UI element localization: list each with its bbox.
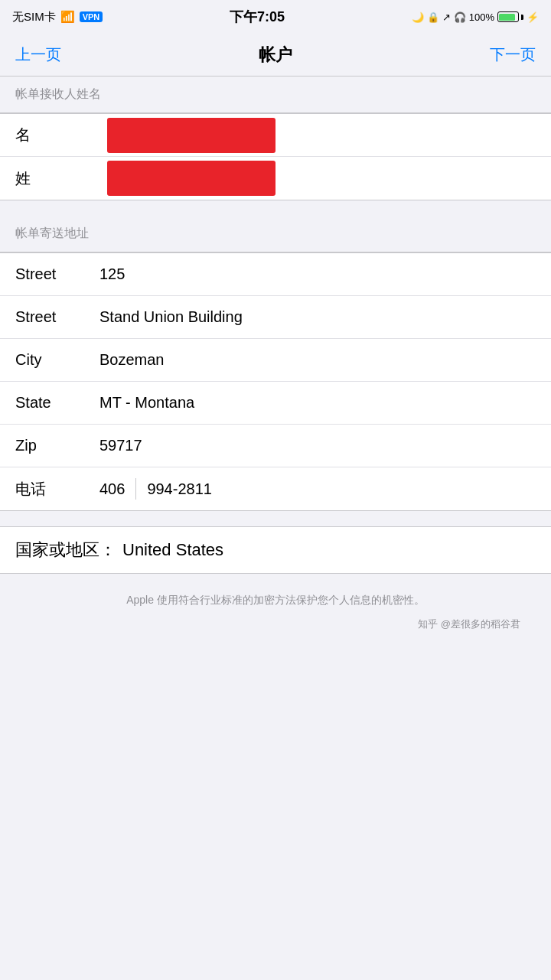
charging-icon: ⚡ xyxy=(527,11,539,23)
country-label: 国家或地区： xyxy=(15,539,116,562)
street2-value[interactable]: Stand Union Building xyxy=(99,308,536,326)
phone-area-code[interactable]: 406 xyxy=(99,480,125,498)
headphone-icon: 🎧 xyxy=(454,11,466,23)
street2-label: Street xyxy=(15,308,99,326)
footer-note: Apple 使用符合行业标准的加密方法保护您个人信息的机密性。 知乎 @差很多的… xyxy=(0,592,551,654)
street1-value[interactable]: 125 xyxy=(99,265,536,283)
battery-icon xyxy=(497,11,523,22)
prev-page-button[interactable]: 上一页 xyxy=(15,44,61,65)
carrier-text: 无SIM卡 xyxy=(12,10,56,24)
street2-row: Street Stand Union Building xyxy=(0,296,551,339)
footer-text: Apple 使用符合行业标准的加密方法保护您个人信息的机密性。 xyxy=(23,592,528,608)
state-row: State MT - Montana xyxy=(0,382,551,425)
lock-icon: 🔒 xyxy=(427,11,439,23)
last-name-input[interactable] xyxy=(107,161,276,196)
billing-address-title: 帐单寄送地址 xyxy=(15,226,89,242)
status-left: 无SIM卡 📶 VPN xyxy=(12,10,103,24)
phone-row: 电话 406 994-2811 xyxy=(0,467,551,510)
next-page-button[interactable]: 下一页 xyxy=(490,44,536,65)
country-row[interactable]: 国家或地区： United States xyxy=(0,527,551,573)
phone-value-group: 406 994-2811 xyxy=(99,478,212,500)
moon-icon: 🌙 xyxy=(412,11,424,23)
status-time: 下午7:05 xyxy=(230,8,285,26)
phone-number[interactable]: 994-2811 xyxy=(147,480,212,498)
billing-address-header: 帐单寄送地址 xyxy=(0,216,551,252)
footer-attribution: 知乎 @差很多的稻谷君 xyxy=(23,617,528,631)
phone-label: 电话 xyxy=(15,479,99,500)
battery-percent: 100% xyxy=(469,11,494,23)
street1-label: Street xyxy=(15,265,99,283)
first-name-row: 名 xyxy=(0,114,551,157)
state-label: State xyxy=(15,394,99,412)
billing-address-section: Street 125 Street Stand Union Building C… xyxy=(0,252,551,511)
location-icon: ↗ xyxy=(442,11,451,23)
state-value[interactable]: MT - Montana xyxy=(99,394,536,412)
first-name-input[interactable] xyxy=(107,118,276,153)
city-row: City Bozeman xyxy=(0,339,551,382)
nav-bar: 上一页 帐户 下一页 xyxy=(0,34,551,77)
country-value: United States xyxy=(122,540,223,560)
section-gap-1 xyxy=(0,200,551,216)
zip-value[interactable]: 59717 xyxy=(99,437,536,454)
page-title: 帐户 xyxy=(259,44,292,67)
last-name-row: 姓 xyxy=(0,157,551,200)
zip-row: Zip 59717 xyxy=(0,425,551,467)
billing-name-title: 帐单接收人姓名 xyxy=(15,86,101,103)
street1-row: Street 125 xyxy=(0,253,551,296)
last-name-label: 姓 xyxy=(15,168,99,189)
phone-divider xyxy=(135,478,136,500)
wifi-icon: 📶 xyxy=(60,10,75,24)
status-bar: 无SIM卡 📶 VPN 下午7:05 🌙 🔒 ↗ 🎧 100% ⚡ xyxy=(0,0,551,34)
first-name-label: 名 xyxy=(15,125,99,145)
city-label: City xyxy=(15,351,99,369)
zip-label: Zip xyxy=(15,437,99,454)
vpn-badge: VPN xyxy=(80,11,103,22)
billing-name-header: 帐单接收人姓名 xyxy=(0,77,551,113)
billing-name-section: 名 姓 xyxy=(0,113,551,200)
status-right: 🌙 🔒 ↗ 🎧 100% ⚡ xyxy=(412,11,539,23)
country-section: 国家或地区： United States xyxy=(0,526,551,574)
city-value[interactable]: Bozeman xyxy=(99,351,536,369)
